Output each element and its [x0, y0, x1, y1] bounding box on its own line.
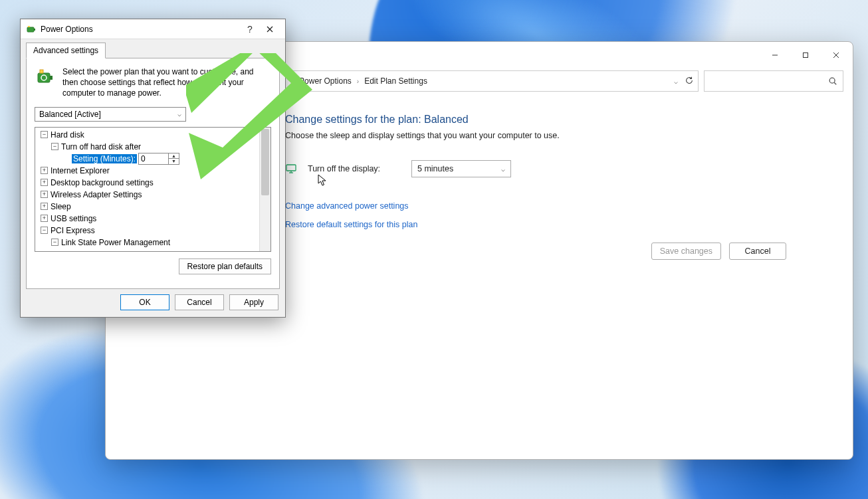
- tree-item-hard-disk[interactable]: −Hard disk: [35, 129, 271, 141]
- dropdown-value: 5 minutes: [417, 164, 453, 173]
- dropdown-icon[interactable]: ⌵: [674, 78, 678, 85]
- search-icon: [828, 76, 837, 86]
- spinner-up-icon[interactable]: ▲: [169, 153, 179, 159]
- dialog-body: Select the power plan that you want to c…: [26, 58, 280, 289]
- search-input[interactable]: [704, 70, 843, 92]
- tree-item-wireless[interactable]: +Wireless Adapter Settings: [35, 189, 271, 201]
- cancel-button[interactable]: Cancel: [175, 294, 224, 310]
- svg-rect-16: [50, 76, 53, 80]
- button-row: Save changes Cancel: [285, 243, 826, 260]
- tree-item-desktop-bg[interactable]: +Desktop background settings: [35, 177, 271, 189]
- dialog-title: Power Options: [41, 25, 240, 34]
- restore-plan-defaults-button[interactable]: Restore plan defaults: [179, 258, 271, 274]
- apply-button[interactable]: Apply: [229, 294, 278, 310]
- svg-rect-11: [34, 29, 35, 31]
- power-options-dialog: Power Options ? Advanced settings Select…: [20, 19, 286, 318]
- svg-point-5: [829, 78, 835, 83]
- breadcrumb-item[interactable]: Power Options: [296, 76, 354, 86]
- spinner-down-icon[interactable]: ▼: [169, 159, 179, 164]
- refresh-icon[interactable]: [685, 76, 694, 87]
- setting-label-selected: Setting (Minutes):: [72, 154, 137, 163]
- svg-line-6: [834, 82, 836, 84]
- svg-rect-10: [27, 27, 34, 32]
- chevron-down-icon: ⌵: [501, 165, 505, 173]
- setting-minutes-spinner[interactable]: ▲▼: [138, 153, 179, 165]
- setting-minutes-input[interactable]: [139, 153, 168, 164]
- page-description: Choose the sleep and display settings th…: [285, 131, 826, 140]
- maximize-button[interactable]: [790, 45, 821, 66]
- minimize-button[interactable]: [760, 45, 790, 66]
- tab-advanced-settings[interactable]: Advanced settings: [26, 43, 106, 58]
- dialog-titlebar: Power Options ?: [21, 19, 285, 39]
- tree-item-link-state-setting[interactable]: Setting: Off: [35, 249, 271, 252]
- tree-item-link-state[interactable]: −Link State Power Management: [35, 237, 271, 249]
- power-plan-select[interactable]: Balanced [Active] ⌵: [35, 107, 186, 122]
- help-button[interactable]: ?: [240, 24, 260, 35]
- chevron-right-icon: ›: [289, 78, 296, 85]
- tree-item-ie[interactable]: +Internet Explorer: [35, 165, 271, 177]
- page-title: Change settings for the plan: Balanced: [285, 114, 826, 126]
- turn-off-display-dropdown[interactable]: 5 minutes ⌵: [411, 160, 511, 177]
- power-icon: [35, 66, 56, 88]
- advanced-settings-link[interactable]: Change advanced power settings: [285, 201, 826, 211]
- tree-item-hard-disk-setting[interactable]: Setting (Minutes): ▲▼: [35, 153, 271, 165]
- dialog-close-button[interactable]: [260, 23, 280, 35]
- chevron-right-icon: ›: [354, 78, 362, 85]
- save-changes-button[interactable]: Save changes: [651, 243, 721, 260]
- dialog-intro: Select the power plan that you want to c…: [62, 66, 271, 99]
- svg-rect-12: [28, 26, 30, 27]
- svg-rect-15: [38, 73, 50, 82]
- tree-item-usb[interactable]: +USB settings: [35, 213, 271, 225]
- battery-icon: [26, 24, 37, 35]
- turn-off-display-row: Turn off the display: 5 minutes ⌵: [285, 160, 826, 177]
- tab-strip: Advanced settings: [21, 40, 285, 58]
- tree-item-pci-express[interactable]: −PCI Express: [35, 225, 271, 237]
- dialog-button-row: OK Cancel Apply: [21, 294, 285, 317]
- svg-rect-17: [40, 70, 43, 73]
- tree-scrollbar[interactable]: [259, 128, 271, 251]
- turn-off-display-label: Turn off the display:: [308, 164, 401, 173]
- close-button[interactable]: [821, 45, 851, 66]
- plan-select-value: Balanced [Active]: [39, 110, 101, 119]
- ok-button[interactable]: OK: [120, 294, 169, 310]
- cancel-button[interactable]: Cancel: [729, 243, 786, 260]
- svg-rect-7: [286, 165, 296, 171]
- chevron-down-icon: ⌵: [177, 110, 181, 118]
- tree-item-turn-off-hard-disk[interactable]: −Turn off hard disk after: [35, 141, 271, 153]
- restore-defaults-link[interactable]: Restore default settings for this plan: [285, 220, 826, 229]
- settings-tree: −Hard disk −Turn off hard disk after Set…: [35, 127, 271, 252]
- breadcrumb-item[interactable]: Edit Plan Settings: [362, 76, 430, 86]
- tree-item-sleep[interactable]: +Sleep: [35, 201, 271, 213]
- svg-rect-1: [804, 53, 808, 58]
- display-icon: [285, 163, 297, 175]
